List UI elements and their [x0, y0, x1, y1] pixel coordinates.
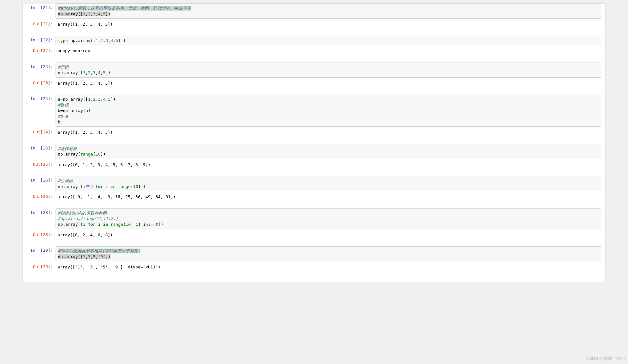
code-input[interactable]: #列表中元素类型不相同(字符类型大于整形) np.array([1,3,5,'9…	[56, 246, 601, 261]
code-token: #array()函数，括号内可以是列表、元组、数组、迭代对象、生成器等	[58, 6, 191, 11]
code-token: 1	[83, 12, 85, 16]
out-prompt: Out[28]:	[27, 231, 56, 239]
out-prompt: Out[25]:	[27, 160, 56, 168]
code-token: )	[131, 222, 136, 227]
code-token: 1	[83, 70, 85, 75]
code-token: 2	[88, 12, 91, 16]
code-token: ,	[85, 70, 88, 75]
code-token: np.array([	[58, 12, 83, 16]
output-text: array([0, 2, 4, 6, 8])	[56, 231, 601, 240]
code-token: 3	[88, 254, 91, 259]
code-token: np.array([	[58, 70, 83, 75]
code-token: )])	[138, 184, 145, 189]
code-token: #创建10以内的偶数的数组	[58, 211, 107, 216]
code-token: i	[95, 222, 103, 227]
code-cell: In [26]:#生成器 np.array([i**2 for i in ran…	[27, 176, 601, 201]
code-token: range	[110, 222, 123, 227]
code-token: #生成器	[58, 178, 73, 183]
code-pre: #元组 np.array([1,2,3,4,5])	[58, 64, 599, 76]
code-token: ,	[100, 12, 103, 16]
in-prompt: In [25]:	[27, 144, 56, 152]
code-input[interactable]: #生成器 np.array([i**2 for i in range(10)])	[56, 176, 601, 191]
code-cell: In [21]:#array()函数，括号内可以是列表、元组、数组、迭代对象、生…	[27, 4, 601, 29]
code-token: ,	[98, 38, 100, 43]
out-prompt: Out[23]:	[27, 79, 56, 87]
code-token: 10	[126, 222, 131, 227]
jupyter-notebook: In [21]:#array()函数，括号内可以是列表、元组、数组、迭代对象、生…	[22, 3, 606, 282]
code-token: #b=a	[58, 114, 68, 119]
code-token: ,	[106, 97, 108, 102]
code-input[interactable]: a=np.array([1,2,3,4,5]) #数组 b=np.array(a…	[56, 95, 601, 127]
code-token: i	[141, 222, 146, 227]
in-prompt: In [21]:	[27, 4, 56, 12]
code-pre: #array()函数，括号内可以是列表、元组、数组、迭代对象、生成器等 np.a…	[58, 5, 599, 17]
code-token: ,	[103, 38, 106, 43]
code-token: 3	[106, 38, 108, 43]
code-cell: In [22]:type(np.array([1,2,3,4,5]))Out[2…	[27, 36, 601, 55]
out-prompt: Out[29]:	[27, 263, 56, 271]
code-token: ])	[158, 222, 163, 227]
code-token: b	[58, 120, 60, 124]
code-token: #数组	[58, 103, 69, 107]
code-token: 2	[88, 70, 91, 75]
code-token: %	[146, 222, 148, 227]
code-token: 1	[83, 254, 85, 259]
code-token: ])	[106, 70, 111, 75]
output-text: numpy.ndarray	[56, 47, 601, 55]
code-token: (	[131, 184, 133, 189]
output-text: array([1, 2, 3, 4, 5])	[56, 79, 601, 88]
code-cell: In [24]:a=np.array([1,2,3,4,5]) #数组 b=np…	[27, 95, 601, 137]
code-token	[116, 184, 118, 189]
code-pre: #生成器 np.array([i**2 for i in range(10)])	[58, 178, 599, 189]
code-token: ,	[100, 97, 103, 102]
code-token: ])	[106, 12, 111, 16]
code-input[interactable]: #元组 np.array([1,2,3,4,5])	[56, 63, 601, 78]
output-text: array([1, 2, 3, 4, 5])	[56, 128, 601, 137]
code-pre: a=np.array([1,2,3,4,5]) #数组 b=np.array(a…	[58, 97, 599, 125]
code-input[interactable]: #迭代对象 np.array(range(10))	[56, 144, 601, 159]
code-token: np.array([	[58, 254, 83, 259]
code-input[interactable]: #array()函数，括号内可以是列表、元组、数组、迭代对象、生成器等 np.a…	[56, 4, 601, 19]
code-token: 2	[148, 222, 151, 227]
code-token: ,	[91, 70, 93, 75]
code-input[interactable]: #创建10以内的偶数的数组 #np.array(range(2,11,2)) n…	[56, 208, 601, 229]
code-token: a=np.array([	[58, 97, 88, 102]
code-token: ==	[151, 222, 156, 227]
code-token: np.array([i	[58, 222, 88, 227]
code-token: 4	[98, 70, 100, 75]
code-cell: In [23]:#元组 np.array([1,2,3,4,5])Out[23]…	[27, 63, 601, 88]
code-token: np.array([i	[58, 184, 85, 189]
code-pre: #列表中元素类型不相同(字符类型大于整形) np.array([1,3,5,'9…	[58, 248, 599, 259]
code-token: ])	[110, 97, 116, 102]
code-token: if	[136, 222, 141, 227]
code-token: 3	[98, 97, 100, 102]
code-token: #迭代对象	[58, 146, 77, 151]
code-token: 2	[91, 184, 93, 189]
in-prompt: In [24]:	[27, 95, 56, 103]
in-prompt: In [26]:	[27, 176, 56, 184]
code-token: #元组	[58, 65, 69, 70]
code-token: 5	[103, 12, 106, 16]
code-token: ]))	[118, 38, 126, 43]
code-token: ,	[91, 97, 93, 102]
code-token: i	[103, 184, 110, 189]
code-token: '9'	[98, 254, 105, 259]
code-token: #np.array(range(2,11,2))	[58, 216, 118, 221]
in-prompt: In [28]:	[27, 208, 56, 216]
code-token: ,	[100, 70, 103, 75]
out-prompt: Out[24]:	[27, 128, 56, 136]
code-cell: In [29]:#列表中元素类型不相同(字符类型大于整形) np.array([…	[27, 246, 601, 272]
code-cell: In [28]:#创建10以内的偶数的数组 #np.array(range(2,…	[27, 208, 601, 239]
output-text: array([1, 2, 3, 4, 5])	[56, 20, 601, 29]
code-token: 10	[95, 152, 100, 157]
code-pre: type(np.array([1,2,3,4,5]))	[58, 38, 599, 44]
code-token: ])	[106, 254, 111, 259]
code-token: in	[103, 222, 108, 227]
code-input[interactable]: type(np.array([1,2,3,4,5]))	[56, 36, 601, 46]
output-text: array([ 0, 1, 4, 9, 16, 25, 36, 49, 64, …	[56, 192, 601, 201]
code-token: b=np.array(a)	[58, 108, 91, 113]
code-token: np.array(	[58, 152, 80, 157]
code-token: in	[110, 184, 116, 189]
code-token: ,	[85, 254, 88, 259]
code-token: 5	[103, 70, 106, 75]
